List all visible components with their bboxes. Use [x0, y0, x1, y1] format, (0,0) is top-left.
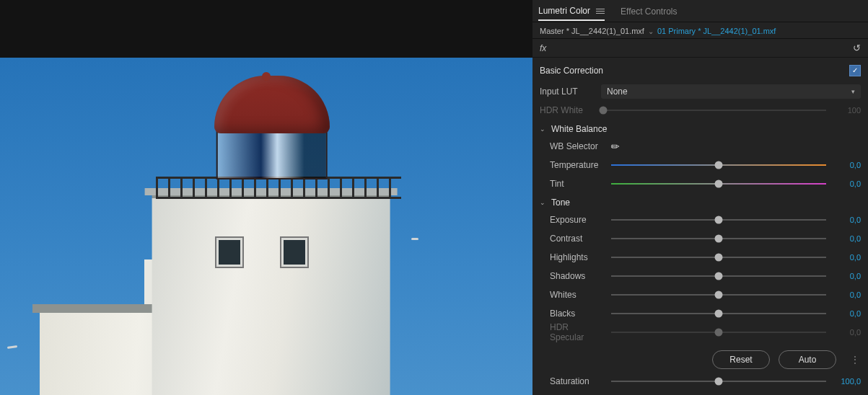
saturation-label: Saturation	[550, 376, 604, 386]
blacks-label: Blacks	[550, 309, 604, 319]
exposure-label: Exposure	[550, 215, 604, 225]
chevron-down-icon[interactable]: ⌄	[540, 199, 547, 206]
lumetri-panel: Lumetri Color Effect Controls Master * J…	[532, 0, 868, 395]
highlights-value[interactable]: 0,0	[833, 253, 861, 262]
saturation-slider[interactable]	[611, 376, 826, 386]
temperature-slider[interactable]	[611, 160, 826, 170]
tint-slider[interactable]	[611, 179, 826, 189]
hdr-white-label: HDR White	[540, 105, 594, 115]
highlights-slider[interactable]	[611, 252, 826, 262]
tint-label: Tint	[550, 179, 604, 189]
whites-label: Whites	[550, 290, 604, 300]
video-preview	[0, 58, 532, 395]
whites-value[interactable]: 0,0	[833, 290, 861, 299]
eyedropper-icon[interactable]: ✎	[608, 139, 623, 154]
section-basic-correction[interactable]: Basic Correction	[540, 66, 603, 76]
basic-correction-toggle[interactable]: ✓	[849, 65, 861, 76]
tab-label: Lumetri Color	[538, 6, 590, 16]
exposure-value[interactable]: 0,0	[833, 216, 861, 224]
hdr-specular-slider	[611, 327, 826, 337]
group-tone[interactable]: Tone	[551, 198, 570, 208]
chevron-down-icon[interactable]: ⌄	[648, 27, 654, 35]
wb-selector-label: WB Selector	[550, 141, 604, 151]
contrast-value[interactable]: 0,0	[833, 234, 861, 243]
tab-lumetri-color[interactable]: Lumetri Color	[538, 1, 605, 21]
breadcrumb-clip[interactable]: 01 Primary * JL__2442(1)_01.mxf	[657, 27, 776, 35]
saturation-value[interactable]: 100,0	[833, 377, 861, 386]
input-lut-label: Input LUT	[540, 86, 594, 97]
reset-effect-icon[interactable]: ↺	[853, 43, 861, 53]
blacks-value[interactable]: 0,0	[833, 309, 861, 318]
tab-effect-controls[interactable]: Effect Controls	[621, 1, 677, 20]
hdr-specular-label: HDR Specular	[550, 322, 604, 342]
auto-button[interactable]: Auto	[779, 350, 836, 369]
hdr-specular-value: 0,0	[833, 328, 861, 337]
breadcrumb-master[interactable]: Master * JL__2442(1)_01.mxf	[540, 27, 644, 35]
whites-slider[interactable]	[611, 290, 826, 300]
chevron-down-icon: ▾	[851, 88, 855, 95]
hdr-white-slider	[601, 105, 826, 115]
input-lut-value: None	[607, 86, 628, 97]
reset-button[interactable]: Reset	[712, 350, 770, 369]
exposure-slider[interactable]	[611, 215, 826, 225]
contrast-label: Contrast	[550, 234, 604, 244]
fx-label[interactable]: fx	[540, 43, 546, 53]
blacks-slider[interactable]	[611, 309, 826, 319]
clip-breadcrumb: Master * JL__2442(1)_01.mxf ⌄ 01 Primary…	[532, 22, 868, 39]
group-white-balance[interactable]: White Balance	[551, 124, 607, 134]
shadows-value[interactable]: 0,0	[833, 272, 861, 280]
chevron-down-icon[interactable]: ⌄	[540, 125, 547, 133]
highlights-label: Highlights	[550, 252, 604, 262]
shadows-label: Shadows	[550, 271, 604, 281]
input-lut-select[interactable]: None ▾	[601, 84, 861, 99]
contrast-slider[interactable]	[611, 234, 826, 244]
hdr-white-value: 100	[833, 106, 861, 115]
tint-value[interactable]: 0,0	[833, 179, 861, 188]
tab-label: Effect Controls	[621, 6, 677, 17]
shadows-slider[interactable]	[611, 271, 826, 281]
temperature-label: Temperature	[550, 160, 604, 170]
panel-tabs: Lumetri Color Effect Controls	[532, 0, 868, 22]
panel-menu-icon[interactable]	[596, 9, 605, 14]
temperature-value[interactable]: 0,0	[833, 161, 861, 169]
more-icon[interactable]: ⋮	[851, 355, 861, 365]
program-monitor	[0, 0, 532, 395]
